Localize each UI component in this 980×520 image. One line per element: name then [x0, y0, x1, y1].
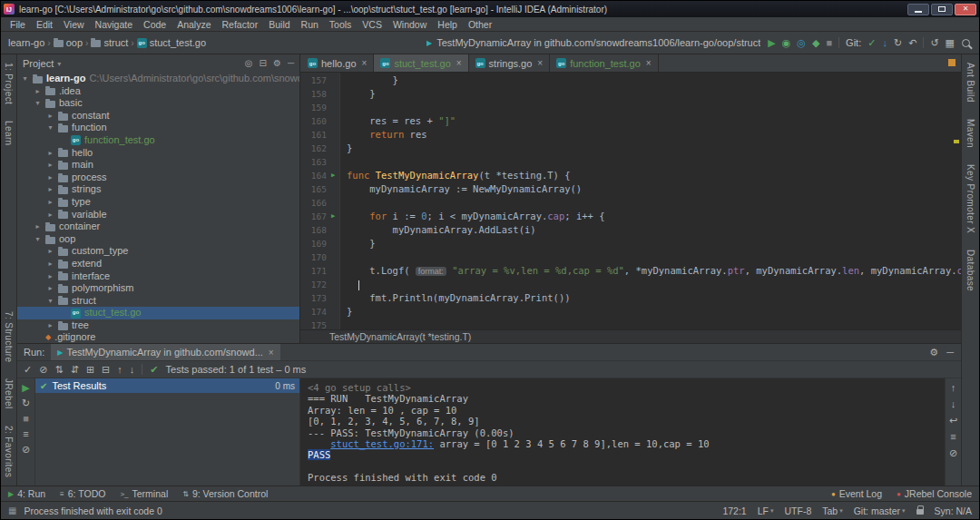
tool-window-button-terminal[interactable]: >_Terminal [120, 488, 168, 499]
tree-item-basic[interactable]: ▾basic [17, 97, 299, 110]
tool-window-button-jrebel[interactable]: JRebel [3, 370, 15, 417]
close-tab-icon[interactable]: × [456, 58, 462, 68]
tree-item-function[interactable]: ▾function [17, 122, 299, 134]
hide-panel-icon[interactable]: ─ [288, 59, 294, 68]
tool-window-button-ant-build[interactable]: Ant Build [965, 54, 976, 111]
tree-arrow-icon[interactable]: ▾ [46, 122, 54, 134]
editor-tab-hello-go[interactable]: gohello.go× [301, 54, 374, 72]
tool-window-button-learn[interactable]: Learn [3, 113, 15, 154]
console[interactable]: <4 go setup calls>=== RUN TestMyDynamicA… [300, 378, 945, 486]
close-button[interactable]: ✕ [955, 4, 976, 15]
close-icon[interactable]: × [269, 348, 274, 358]
filter-ignored-tests-icon[interactable]: ⊘ [39, 365, 47, 375]
encoding-widget[interactable]: UTF-8 [785, 505, 812, 516]
stop-icon[interactable]: ■ [23, 414, 29, 424]
tool-window-toggle-icon[interactable]: ▦ [8, 505, 16, 515]
tree-item-idea[interactable]: ▸.idea [17, 85, 299, 98]
tree-item-strings[interactable]: ▸strings [17, 183, 299, 196]
tree-arrow-icon[interactable]: ▾ [21, 73, 29, 85]
menu-item-edit[interactable]: Edit [31, 19, 58, 30]
menu-item-other[interactable]: Other [463, 19, 497, 30]
history-icon[interactable]: ↺ [930, 38, 938, 48]
run-configuration-select[interactable]: ▶ TestMyDynamicArray in github.com/snowd… [426, 37, 760, 48]
editor-tab-function-test-go[interactable]: gofunction_test.go× [550, 54, 659, 72]
tool-window-button-6-todo[interactable]: ≡6: TODO [60, 488, 105, 499]
soft-wrap-icon[interactable]: ↩ [949, 416, 957, 426]
locate-file-icon[interactable]: ◎ [245, 59, 253, 68]
profiler-icon[interactable]: ◆ [812, 38, 819, 48]
tree-item-variable[interactable]: ▸variable [17, 209, 299, 221]
tree-arrow-icon[interactable]: ▸ [46, 183, 54, 196]
run-with-coverage-icon[interactable]: ◎ [797, 38, 806, 48]
tool-window-button-4-run[interactable]: ▶4: Run [8, 488, 45, 499]
tree-arrow-icon[interactable]: ▾ [34, 233, 42, 246]
menu-item-vcs[interactable]: VCS [357, 19, 387, 30]
breadcrumb-item-learn-go[interactable]: learn-go [8, 37, 44, 48]
tree-item-interface[interactable]: ▸interface [17, 270, 299, 283]
menu-item-run[interactable]: Run [296, 19, 324, 30]
expand-all-icon[interactable]: ⊞ [86, 365, 94, 375]
run-test-gutter-icon[interactable]: ▶ [327, 169, 339, 182]
inspections-widget-icon[interactable] [948, 59, 956, 66]
chevron-down-icon[interactable]: ▾ [57, 60, 61, 68]
jump-to-top-icon[interactable]: ↑ [951, 383, 956, 393]
tree-arrow-icon[interactable]: ▸ [46, 270, 54, 283]
line-separator-widget[interactable]: LF ▾ [758, 505, 774, 516]
tree-item-stuct-test-go[interactable]: gostuct_test.go [17, 307, 299, 319]
close-tab-icon[interactable]: × [646, 58, 652, 68]
tree-arrow-icon[interactable]: ▸ [46, 319, 54, 332]
tree-item-tree[interactable]: ▸tree [17, 319, 299, 332]
test-results-row[interactable]: ✔Test Results0 ms [35, 378, 299, 393]
tool-window-button-2-favorites[interactable]: 2: Favorites [3, 417, 15, 486]
git-update-icon[interactable]: ↓ [882, 38, 887, 48]
rerun-failed-tests-icon[interactable]: ↻ [22, 398, 30, 408]
tree-arrow-icon[interactable]: ▸ [46, 196, 54, 209]
tree-arrow-icon[interactable]: ▸ [46, 159, 54, 172]
tree-item-hello[interactable]: ▸hello [17, 147, 299, 160]
tree-arrow-icon[interactable]: ▸ [46, 245, 54, 258]
menu-item-window[interactable]: Window [387, 19, 432, 30]
git-commit-icon[interactable]: ✓ [867, 38, 876, 48]
tool-window-button-7-structure[interactable]: 7: Structure [3, 303, 15, 371]
git-rollback-icon[interactable]: ↶ [908, 38, 916, 48]
menu-item-analyze[interactable]: Analyze [172, 19, 216, 30]
scroll-to-end-icon[interactable]: ≡ [950, 432, 956, 442]
tree-item-process[interactable]: ▸process [17, 172, 299, 184]
rerun-tests-icon[interactable]: ▶ [22, 383, 29, 393]
run-test-gutter-icon[interactable]: ▶ [327, 210, 339, 223]
tool-window-button-9-version-control[interactable]: ⇅9: Version Control [182, 488, 268, 499]
git-refresh-icon[interactable]: ↻ [894, 38, 902, 48]
minimize-button[interactable] [907, 4, 929, 15]
close-tab-icon[interactable]: × [537, 58, 543, 68]
run-icon[interactable]: ▶ [768, 38, 775, 48]
tree-item-extend[interactable]: ▸extend [17, 258, 299, 270]
settings-icon[interactable]: ⚙ [273, 59, 281, 68]
tree-arrow-icon[interactable]: ▾ [34, 97, 42, 110]
pin-icon[interactable]: ⊘ [22, 445, 30, 455]
search-everywhere-icon[interactable] [962, 39, 970, 47]
run-tab[interactable]: ▶ TestMyDynamicArray in github.com/snowd… [51, 344, 279, 360]
test-history-icon[interactable]: ≡ [23, 429, 28, 439]
tree-item-polymorphism[interactable]: ▸polymorphism [17, 282, 299, 295]
tree-item-custom-type[interactable]: ▸custom_type [17, 245, 299, 258]
tool-window-button-maven[interactable]: Maven [965, 111, 976, 156]
next-failed-test-icon[interactable]: ↓ [130, 365, 135, 375]
tree-arrow-icon[interactable]: ▸ [34, 85, 42, 98]
maximize-button[interactable] [931, 4, 953, 15]
menu-item-file[interactable]: File [5, 19, 31, 30]
editor-tab-stuct-test-go[interactable]: gostuct_test.go× [374, 54, 468, 72]
previous-failed-test-icon[interactable]: ↑ [117, 365, 122, 375]
breadcrumb-item-oop[interactable]: oop [54, 37, 83, 48]
tree-item-container[interactable]: ▸container [17, 221, 299, 233]
menu-item-refactor[interactable]: Refactor [217, 19, 264, 30]
sort-alphabetically-icon[interactable]: ⇅ [54, 365, 63, 375]
collapse-all-icon[interactable]: ⊟ [260, 59, 267, 68]
tree-item-oop[interactable]: ▾oop [17, 233, 299, 246]
tool-window-button-key-promoter-x[interactable]: Key Promoter X [965, 156, 976, 241]
menu-item-view[interactable]: View [58, 19, 90, 30]
lock-icon[interactable] [916, 509, 924, 515]
tool-windows-icon[interactable]: ▦ [946, 38, 955, 48]
breadcrumb-item-stuct-test-go[interactable]: gostuct_test.go [137, 37, 206, 48]
tool-window-button-event-log[interactable]: ●Event Log [831, 488, 882, 499]
tree-arrow-icon[interactable]: ▸ [46, 147, 54, 160]
